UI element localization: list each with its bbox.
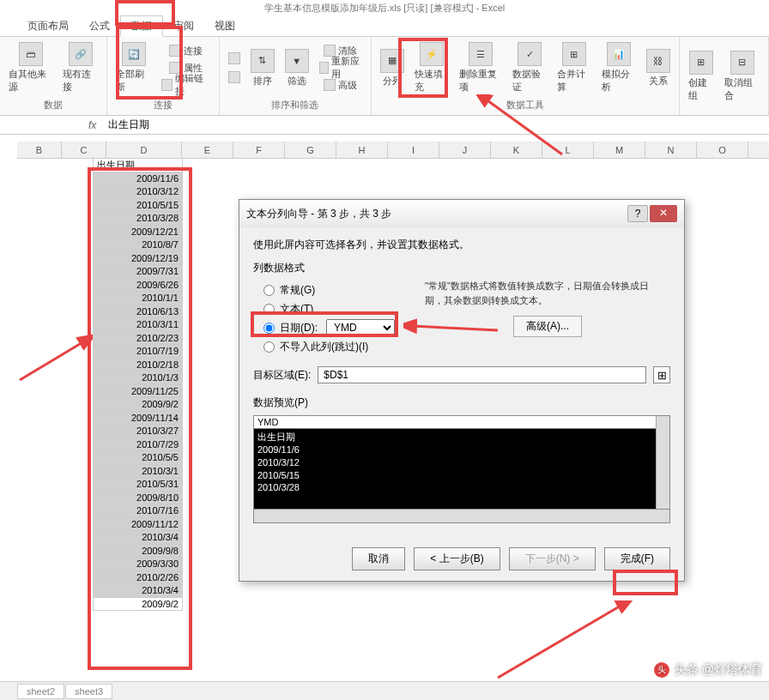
- preview-hscrollbar[interactable]: [253, 510, 670, 523]
- finish-button[interactable]: 完成(F): [604, 547, 670, 570]
- data-cell[interactable]: 2010/2/18: [93, 359, 183, 372]
- what-if-button[interactable]: 📊模拟分析: [598, 40, 639, 95]
- advanced-filter-button[interactable]: 高级: [316, 76, 366, 94]
- data-cell[interactable]: 2010/7/29: [93, 438, 183, 452]
- data-cell[interactable]: 2010/7/19: [93, 345, 183, 359]
- col-header-g[interactable]: G: [285, 142, 336, 158]
- consolidate-button[interactable]: ⊞合并计算: [554, 40, 595, 95]
- tab-page-layout[interactable]: 页面布局: [17, 16, 79, 36]
- formula-content[interactable]: 出生日期: [103, 118, 154, 132]
- col-header-o[interactable]: O: [697, 142, 748, 158]
- from-other-sources-button[interactable]: 🗃自其他来源: [5, 40, 56, 95]
- data-cell[interactable]: 2010/5/5: [93, 451, 183, 465]
- col-header-l[interactable]: L: [542, 142, 594, 158]
- tab-data[interactable]: 数据: [120, 15, 163, 37]
- data-cell[interactable]: 2009/11/12: [93, 518, 183, 532]
- cancel-button[interactable]: 取消: [352, 547, 405, 570]
- data-cell[interactable]: 2010/3/28: [93, 212, 183, 226]
- radio-date[interactable]: [263, 323, 275, 334]
- connections-button[interactable]: 连接: [158, 42, 214, 59]
- filter-button[interactable]: ▼筛选: [282, 47, 312, 89]
- existing-connections-button[interactable]: 🔗现有连接: [59, 40, 101, 95]
- back-button[interactable]: < 上一步(B): [414, 547, 500, 570]
- data-cell[interactable]: 2010/3/12: [93, 185, 183, 199]
- data-cell[interactable]: 2010/3/4: [93, 584, 183, 598]
- radio-general[interactable]: [263, 285, 275, 296]
- formula-bar: fx 出生日期: [0, 116, 769, 135]
- radio-skip[interactable]: [263, 341, 275, 353]
- tab-formulas[interactable]: 公式: [79, 16, 120, 36]
- data-cell[interactable]: 2009/8/10: [93, 492, 183, 505]
- dialog-titlebar[interactable]: 文本分列向导 - 第 3 步，共 3 步 ? ✕: [239, 200, 684, 227]
- data-cell[interactable]: 2010/5/31: [93, 478, 183, 492]
- data-cell[interactable]: 2010/6/13: [93, 305, 183, 319]
- label-text[interactable]: 文本(T): [280, 302, 313, 317]
- col-header-e[interactable]: E: [182, 142, 233, 158]
- data-cell[interactable]: 2010/1/3: [93, 371, 183, 385]
- label-date[interactable]: 日期(D):: [280, 321, 318, 335]
- label-general[interactable]: 常规(G): [280, 283, 315, 298]
- data-cell[interactable]: 2010/8/7: [93, 238, 183, 252]
- tab-view[interactable]: 视图: [204, 16, 245, 36]
- fx-icon[interactable]: fx: [82, 119, 103, 131]
- col-header-f[interactable]: F: [233, 142, 285, 158]
- data-cell[interactable]: 2009/11/6: [93, 172, 183, 186]
- flash-fill-button[interactable]: ⚡快速填充: [411, 40, 452, 95]
- data-cell[interactable]: 2009/7/31: [93, 265, 183, 279]
- dialog-close-button[interactable]: ✕: [650, 205, 677, 222]
- col-header-n[interactable]: N: [645, 142, 697, 158]
- data-validation-button[interactable]: ✓数据验证: [509, 40, 550, 95]
- date-format-dropdown[interactable]: YMD: [326, 319, 395, 336]
- ungroup-button[interactable]: ⊟取消组合: [721, 49, 763, 104]
- data-cell[interactable]: 2009/9/8: [93, 545, 183, 558]
- col-header-k[interactable]: K: [491, 142, 542, 158]
- data-cell[interactable]: 2009/3/30: [93, 558, 183, 571]
- label-skip[interactable]: 不导入此列(跳过)(I): [280, 340, 368, 354]
- col-header-b[interactable]: B: [17, 142, 62, 158]
- data-cell[interactable]: 2009/11/25: [93, 385, 183, 399]
- data-cell[interactable]: 2009/12/19: [93, 252, 183, 266]
- radio-text[interactable]: [263, 304, 275, 315]
- data-cell[interactable]: 2010/3/4: [93, 531, 183, 545]
- remove-duplicates-button[interactable]: ☰删除重复项: [456, 40, 506, 95]
- relationships-button[interactable]: ⛓关系: [643, 47, 674, 89]
- reapply-icon: [319, 62, 330, 74]
- data-cell[interactable]: 2009/9/2: [93, 398, 183, 412]
- col-header-j[interactable]: J: [439, 142, 491, 158]
- sheet-tab-sheet3[interactable]: sheet3: [65, 684, 112, 699]
- data-cell[interactable]: 2009/6/26: [93, 279, 183, 293]
- advanced-button[interactable]: 高级(A)...: [513, 316, 582, 337]
- range-picker-button[interactable]: ⊞: [653, 366, 670, 383]
- data-cell[interactable]: 2010/5/15: [93, 199, 183, 213]
- sort-button[interactable]: ⇅排序: [247, 47, 278, 89]
- col-header-i[interactable]: I: [388, 142, 439, 158]
- preview-vscrollbar[interactable]: [656, 416, 669, 509]
- data-cell[interactable]: 2010/3/11: [93, 318, 183, 332]
- data-cell[interactable]: 2010/2/23: [93, 332, 183, 346]
- data-cell[interactable]: 2010/3/1: [93, 465, 183, 479]
- data-cell[interactable]: 2009/11/14: [93, 412, 183, 425]
- data-cell[interactable]: 2010/7/16: [93, 504, 183, 518]
- data-cell[interactable]: 2010/2/26: [93, 571, 183, 585]
- col-header-d[interactable]: D: [106, 142, 182, 158]
- refresh-all-button[interactable]: 🔄全部刷新: [112, 40, 154, 95]
- data-cell[interactable]: 2010/1/1: [93, 292, 183, 305]
- data-cell[interactable]: 2009/9/2: [93, 598, 183, 612]
- sort-asc-button[interactable]: [225, 50, 244, 67]
- cell-header[interactable]: 出生日期: [93, 159, 183, 172]
- dialog-help-button[interactable]: ?: [627, 205, 648, 222]
- data-cell[interactable]: 2009/12/21: [93, 226, 183, 239]
- col-header-c[interactable]: C: [62, 142, 106, 158]
- sort-desc-button[interactable]: [225, 69, 244, 86]
- col-header-m[interactable]: M: [594, 142, 645, 158]
- tab-review[interactable]: 审阅: [163, 16, 204, 36]
- preview-column-header[interactable]: YMD: [254, 416, 669, 429]
- data-cell[interactable]: 2010/3/27: [93, 425, 183, 438]
- col-header-h[interactable]: H: [336, 142, 388, 158]
- edit-links-button[interactable]: 编辑链接: [158, 76, 214, 94]
- reapply-button[interactable]: 重新应用: [316, 59, 366, 76]
- group-button[interactable]: ⊞创建组: [685, 49, 718, 104]
- target-range-input[interactable]: [318, 366, 646, 383]
- text-to-columns-button[interactable]: ▦分列: [377, 47, 408, 89]
- sheet-tab-sheet2[interactable]: sheet2: [17, 684, 64, 699]
